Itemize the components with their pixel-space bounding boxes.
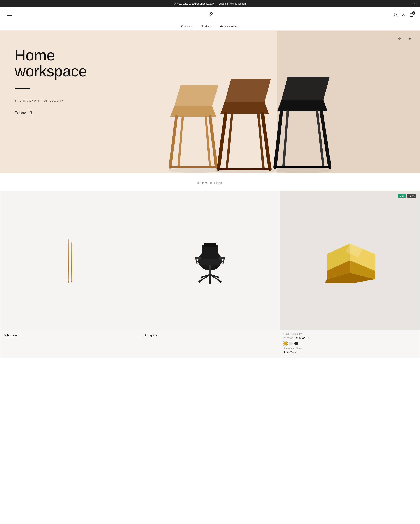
product-card-thincube[interactable]: Sale -14% Gold / Aluminum [280,191,420,358]
product-info-thincube: Gold / Aluminum $157.00 $134.00 ♢ Alumin… [280,330,420,358]
svg-line-17 [227,114,232,169]
chair-light-oak [170,85,219,167]
svg-marker-20 [281,77,330,100]
chair-black [275,77,330,167]
chair-walnut [219,79,271,169]
hamburger-line-2 [7,15,12,16]
svg-marker-6 [174,85,219,106]
nav-accessories[interactable]: Accessories ⌄ [220,25,239,28]
product-badges-thincube: Sale -14% [398,194,416,198]
swatch-labels-thincube: Aluminum Brass [283,347,416,349]
svg-line-15 [219,114,226,169]
svg-point-47 [201,277,203,279]
hero-dots [195,169,225,169]
svg-line-22 [275,112,281,167]
price-old-thincube: $157.00 [283,337,293,340]
header-left [6,13,13,17]
product-pricing-thincube: $157.00 $134.00 ♢ [283,337,416,340]
product-name-toho-pen: Toho pen [4,333,137,337]
svg-rect-38 [209,265,211,275]
svg-line-9 [210,117,216,167]
product-meta-thincube: Gold / Aluminum [283,332,416,335]
product-image-straight-sit [140,191,280,330]
slide-dot-4[interactable] [220,169,225,169]
navigation: Chairs ⌄ Desks ⌄ Accessories ⌄ [0,22,420,31]
swatch-gold[interactable] [283,341,287,345]
product-card-toho-pen[interactable]: Toho pen [0,191,140,358]
product-image-thincube [280,191,420,330]
chevron-down-icon: ⌄ [210,25,212,27]
price-new-thincube: $134.00 [296,337,305,340]
svg-line-11 [206,117,210,167]
nav-desks[interactable]: Desks ⌄ [201,25,212,28]
discount-badge: -14% [407,194,416,198]
slide-dot-3[interactable] [214,169,219,169]
svg-line-10 [178,117,183,167]
explore-label: Explore [15,111,26,115]
product-image-toho-pen [0,191,140,330]
header-right: 1 [394,13,414,17]
product-grid: Toho pen [0,191,420,370]
slide-dot-1[interactable] [195,169,200,169]
chair-product-illustration [140,231,280,290]
chevron-down-icon: ⌄ [237,25,239,27]
svg-point-48 [217,277,219,279]
pen-illustration [68,233,72,288]
svg-point-29 [273,167,332,173]
hamburger-line-1 [7,14,12,14]
hero-section: Homeworkspace — THE INGENUITY OF LUXURY … [0,31,420,173]
svg-rect-5 [29,112,31,114]
nav-accessories-label: Accessories [220,25,236,28]
svg-marker-14 [220,102,269,114]
swatch-aluminum[interactable] [289,341,293,345]
svg-point-2 [403,13,404,15]
svg-marker-7 [170,106,216,117]
announcement-bar: A New Way to Experience Luxury — 30% off… [0,0,420,7]
product-name-thincube: ThinCube [283,350,416,354]
svg-point-46 [209,282,211,284]
search-icon[interactable] [394,13,398,17]
explore-button[interactable]: Explore [15,111,33,115]
pen-2 [71,243,72,281]
product-name-straight-sit: Straight sit [144,333,276,337]
product-info-straight-sit: Straight sit [140,330,280,341]
price-wishlist-icon[interactable]: ♢ [307,337,310,340]
svg-line-24 [283,112,288,167]
svg-line-8 [170,117,176,167]
svg-point-44 [198,281,201,283]
pen-1 [68,239,69,281]
logo[interactable]: ⁷⁄ [208,11,211,18]
explore-icon [28,111,33,115]
slide-dot-2[interactable] [201,169,212,169]
svg-line-36 [196,259,197,263]
hero-subtitle: THE INGENUITY OF LUXURY [15,99,64,102]
cart-icon[interactable]: 1 [410,13,414,17]
summer-section-label: SUMMER 2023 [0,173,420,191]
header: ⁷⁄ 1 [0,7,420,22]
announcement-text: A New Way to Experience Luxury — 30% off… [174,2,246,5]
svg-line-1 [396,16,397,16]
product-info-toho-pen: Toho pen [0,330,140,341]
svg-point-45 [219,281,222,283]
svg-marker-13 [225,79,271,102]
color-swatches-thincube [283,341,416,345]
swatch-label-brass: Brass [296,347,302,349]
nav-desks-label: Desks [201,25,209,28]
swatch-black[interactable] [294,341,298,345]
announcement-close[interactable]: × [414,2,416,5]
hamburger-menu[interactable] [6,13,13,17]
product-card-straight-sit[interactable]: Straight sit [140,191,280,358]
swatch-label-aluminum: Aluminum [283,347,294,349]
logo-text: ⁷⁄ [208,11,211,18]
svg-point-0 [394,13,397,16]
chevron-down-icon: ⌄ [191,25,192,27]
nav-chairs-label: Chairs [181,25,190,28]
account-icon[interactable] [402,13,406,17]
svg-marker-21 [277,100,328,112]
svg-rect-33 [204,243,216,247]
svg-line-37 [223,259,224,263]
cart-count: 1 [412,11,415,15]
hero-chairs-illustration [153,56,342,173]
nav-chairs[interactable]: Chairs ⌄ [181,25,192,28]
sale-badge: Sale [398,194,406,198]
